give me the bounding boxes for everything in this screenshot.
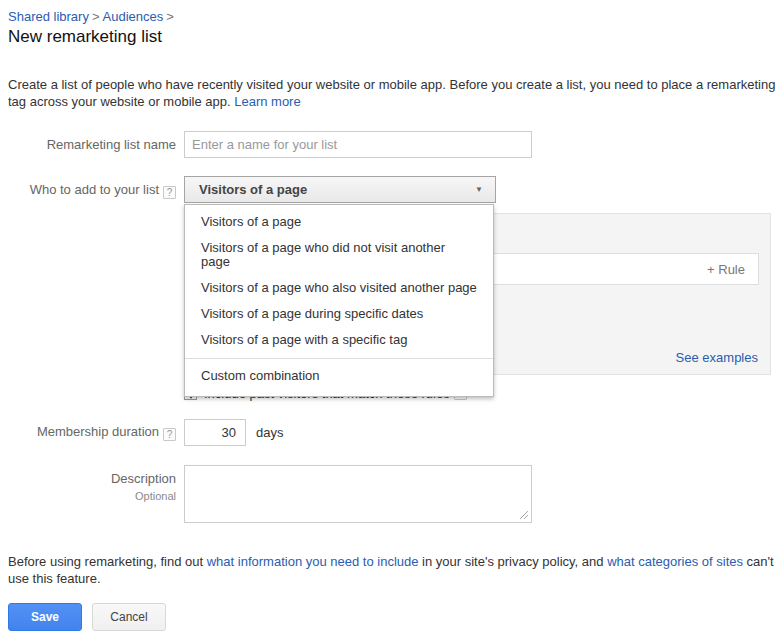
who-to-add-dropdown-menu: Visitors of a page Visitors of a page wh…	[184, 204, 494, 397]
site-categories-link[interactable]: what categories of sites	[607, 554, 743, 569]
membership-duration-row: Membership duration? days	[8, 419, 776, 446]
privacy-note-text: in your site's privacy policy, and	[418, 554, 607, 569]
membership-duration-unit: days	[256, 425, 283, 440]
page-title: New remarketing list	[8, 26, 776, 47]
menu-item-did-not-visit-another-page[interactable]: Visitors of a page who did not visit ano…	[185, 235, 493, 275]
membership-duration-label: Membership duration?	[8, 424, 176, 441]
intro-paragraph: Create a list of people who have recentl…	[8, 77, 775, 109]
description-label-text: Description	[8, 471, 176, 486]
help-icon[interactable]: ?	[163, 428, 176, 441]
breadcrumb-link-shared-library[interactable]: Shared library	[8, 9, 89, 24]
description-textarea[interactable]	[184, 465, 532, 523]
description-optional-label: Optional	[8, 489, 176, 504]
menu-item-during-specific-dates[interactable]: Visitors of a page during specific dates	[185, 301, 493, 327]
breadcrumb-link-audiences[interactable]: Audiences	[103, 9, 164, 24]
menu-item-also-visited-another-page[interactable]: Visitors of a page who also visited anot…	[185, 275, 493, 301]
menu-item-custom-combination[interactable]: Custom combination	[185, 359, 493, 392]
breadcrumb: Shared library>Audiences>	[8, 9, 776, 24]
learn-more-link[interactable]: Learn more	[234, 94, 300, 109]
remarketing-list-name-row: Remarketing list name	[8, 131, 776, 158]
who-to-add-dropdown-button[interactable]: Visitors of a page ▼	[184, 176, 496, 203]
cancel-button[interactable]: Cancel	[92, 603, 166, 631]
remarketing-list-name-label: Remarketing list name	[8, 137, 176, 152]
remarketing-list-name-input[interactable]	[184, 131, 532, 158]
who-to-add-row: Who to add to your list? Visitors of a p…	[8, 176, 776, 203]
help-icon[interactable]: ?	[163, 186, 176, 199]
who-to-add-field: Visitors of a page ▼ Visitors of a page …	[184, 176, 496, 203]
menu-item-with-a-specific-tag[interactable]: Visitors of a page with a specific tag	[185, 327, 493, 353]
new-remarketing-list-page: Shared library>Audiences> New remarketin…	[0, 0, 784, 643]
action-buttons: Save Cancel	[8, 603, 776, 631]
description-textarea-wrap	[184, 465, 532, 526]
intro-text: Create a list of people who have recentl…	[8, 76, 776, 110]
membership-duration-input[interactable]	[184, 419, 246, 446]
privacy-note-text: Before using remarketing, find out	[8, 554, 207, 569]
breadcrumb-separator: >	[92, 9, 100, 24]
dropdown-selected-value: Visitors of a page	[199, 182, 307, 197]
see-examples-link[interactable]: See examples	[676, 350, 758, 365]
who-to-add-label-text: Who to add to your list	[30, 182, 159, 197]
chevron-down-icon: ▼	[475, 185, 483, 194]
privacy-info-link[interactable]: what information you need to include	[207, 554, 419, 569]
privacy-note: Before using remarketing, find out what …	[8, 553, 776, 587]
who-to-add-label: Who to add to your list?	[8, 182, 176, 199]
description-label: Description Optional	[8, 471, 176, 504]
save-button[interactable]: Save	[8, 603, 82, 631]
breadcrumb-separator: >	[166, 9, 174, 24]
add-rule-button[interactable]: + Rule	[707, 262, 745, 277]
membership-duration-label-text: Membership duration	[37, 424, 159, 439]
description-row: Description Optional	[8, 465, 776, 526]
menu-item-visitors-of-a-page[interactable]: Visitors of a page	[185, 209, 493, 235]
